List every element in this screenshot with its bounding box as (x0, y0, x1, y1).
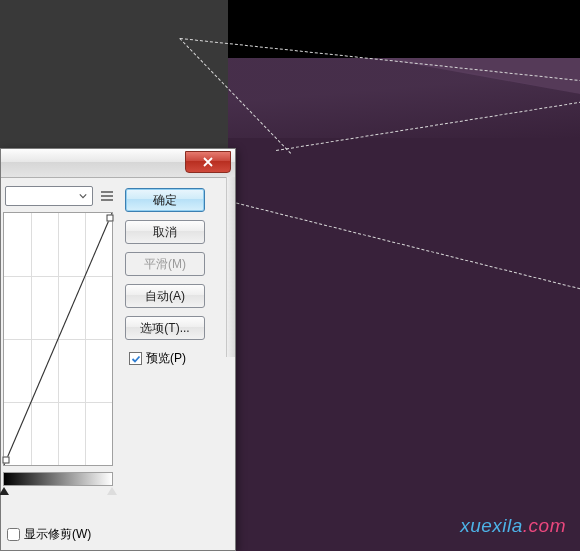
options-button[interactable]: 选项(T)... (125, 316, 205, 340)
curve-handle-white[interactable] (106, 215, 113, 222)
curve-handle-black[interactable] (3, 457, 10, 464)
watermark: xuexila.com (460, 515, 566, 537)
auto-button[interactable]: 自动(A) (125, 284, 205, 308)
preset-select[interactable] (5, 186, 93, 206)
close-button[interactable] (185, 151, 231, 173)
smooth-button: 平滑(M) (125, 252, 205, 276)
curves-graph[interactable] (3, 212, 113, 466)
check-icon (131, 354, 141, 364)
show-clipping-label: 显示修剪(W) (24, 526, 91, 543)
svg-line-0 (4, 213, 112, 465)
curves-dialog: 显示修剪(W) 确定 取消 平滑(M) 自动(A) 选项(T)... 预览(P) (0, 148, 236, 551)
preview-label: 预览(P) (146, 350, 186, 367)
close-icon (203, 157, 213, 167)
preview-checkbox[interactable] (129, 352, 142, 365)
white-point-slider[interactable] (107, 487, 117, 495)
chevron-down-icon (76, 189, 90, 203)
preset-menu-icon[interactable] (99, 188, 115, 204)
input-gradient-bar[interactable] (3, 472, 113, 486)
ok-button[interactable]: 确定 (125, 188, 205, 212)
dialog-titlebar[interactable] (1, 149, 235, 178)
black-point-slider[interactable] (0, 487, 9, 495)
curve-line (4, 213, 112, 465)
show-clipping-checkbox[interactable] (7, 528, 20, 541)
cancel-button[interactable]: 取消 (125, 220, 205, 244)
